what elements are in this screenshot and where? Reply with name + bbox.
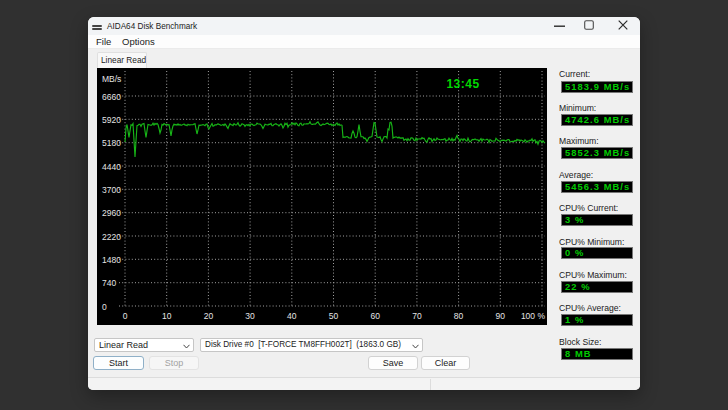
svg-text:5920: 5920 (102, 115, 121, 125)
svg-text:740: 740 (102, 278, 116, 288)
svg-text:3700: 3700 (102, 185, 121, 195)
svg-text:5180: 5180 (102, 138, 121, 148)
svg-text:10: 10 (162, 311, 172, 321)
svg-text:70: 70 (412, 311, 422, 321)
svg-text:20: 20 (204, 311, 214, 321)
svg-text:4440: 4440 (102, 162, 121, 172)
svg-text:2960: 2960 (102, 208, 121, 218)
svg-text:90: 90 (496, 311, 506, 321)
svg-text:0: 0 (123, 311, 128, 321)
svg-text:13:45: 13:45 (446, 77, 479, 91)
svg-text:30: 30 (245, 311, 255, 321)
svg-text:1480: 1480 (102, 255, 121, 265)
svg-text:0: 0 (102, 302, 107, 312)
svg-text:2220: 2220 (102, 232, 121, 242)
svg-text:50: 50 (329, 311, 339, 321)
svg-text:60: 60 (370, 311, 380, 321)
svg-text:MB/s: MB/s (102, 74, 121, 84)
svg-text:40: 40 (287, 311, 297, 321)
svg-text:80: 80 (454, 311, 464, 321)
svg-text:6660: 6660 (102, 92, 121, 102)
svg-text:100 %: 100 % (521, 311, 546, 321)
